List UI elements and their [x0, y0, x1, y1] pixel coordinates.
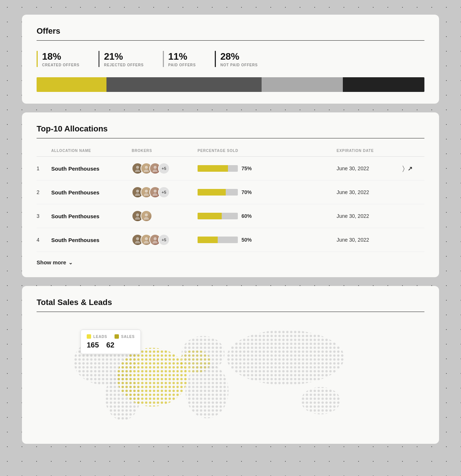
col-percentage: PERCENTAGE SOLD	[198, 149, 337, 153]
avatar-face-icon	[151, 165, 159, 172]
row-expiration: June 30, 2022	[337, 189, 402, 195]
col-expiration: EXPIRATION DATE	[337, 149, 402, 153]
row-number: 3	[37, 213, 51, 219]
row-expiration: June 30, 2022	[337, 237, 402, 243]
svg-point-6	[136, 190, 139, 193]
progress-pct: 50%	[241, 237, 252, 243]
sales-leads-divider	[37, 312, 424, 312]
row-number: 2	[37, 189, 51, 195]
row-expiration: June 30, 2022	[337, 213, 402, 219]
row-allocation-name: South Penthouses	[51, 237, 132, 243]
svg-point-2	[145, 166, 148, 169]
brokers-avatars: +5	[132, 186, 198, 198]
row-percentage: 60%	[198, 213, 337, 219]
progress-pct: 75%	[241, 166, 252, 171]
svg-point-16	[136, 237, 139, 240]
row-percentage: 75%	[198, 165, 337, 172]
avatar-face-icon	[143, 236, 150, 243]
row-number: 1	[37, 166, 51, 171]
row-brokers: +5	[132, 163, 198, 174]
row-brokers: +5	[132, 234, 198, 246]
svg-point-19	[144, 241, 149, 243]
avatar-more: +5	[158, 186, 170, 198]
avatar-face-icon	[134, 189, 141, 196]
progress-bar-container: 60%	[198, 213, 337, 219]
svg-point-13	[135, 217, 140, 220]
progress-bar	[198, 189, 238, 196]
leads-cluster-europe	[180, 350, 211, 373]
row-allocation-name: South Penthouses	[51, 213, 132, 219]
asia	[226, 330, 344, 385]
row-actions: 〉 ↗	[402, 165, 424, 172]
legend-values-row: 165 62	[87, 341, 135, 349]
stat-percent-paid: 11%	[168, 51, 196, 62]
row-number: 4	[37, 237, 51, 243]
show-more-button[interactable]: Show more ⌄	[37, 259, 73, 265]
svg-point-15	[144, 217, 149, 220]
sales-dot	[115, 334, 119, 339]
svg-point-5	[153, 170, 158, 172]
stat-label-paid: PAID OFFERS	[168, 63, 196, 67]
row-brokers	[132, 210, 198, 222]
row-allocation-name: South Penthouses	[51, 189, 132, 196]
progress-bar	[198, 237, 238, 243]
avatar-face-icon	[134, 212, 141, 220]
leads-cluster-main	[117, 348, 187, 407]
stat-not_paid: 28% NOT PAID OFFERS	[215, 51, 269, 67]
cursor-icon: 〉	[402, 165, 405, 172]
map-container: LEADS SALES 165 62	[37, 322, 424, 432]
table-header: ALLOCATION NAME BROKERS PERCENTAGE SOLD …	[37, 149, 424, 157]
svg-point-21	[153, 241, 158, 243]
leads-legend-item: LEADS	[87, 334, 107, 339]
external-link-icon[interactable]: ↗	[408, 165, 412, 172]
sales-leads-card: Total Sales & Leads LEADS SALES 165 62	[22, 286, 439, 444]
brokers-avatars: +5	[132, 234, 198, 246]
sales-legend-item: SALES	[115, 334, 135, 339]
progress-bar	[198, 213, 238, 219]
progress-fill	[198, 237, 218, 243]
leads-dot	[87, 334, 91, 339]
col-brokers: BROKERS	[132, 149, 198, 153]
col-actions	[402, 149, 424, 153]
table-row: 2 South Penthouses +5	[37, 181, 424, 204]
avatar-face-icon	[134, 165, 141, 172]
avatar-face-icon	[143, 189, 150, 196]
stat-percent-created: 18%	[42, 51, 79, 62]
sales-leads-title: Total Sales & Leads	[37, 298, 424, 307]
col-num	[37, 149, 51, 153]
progress-bar-container: 50%	[198, 237, 337, 243]
progress-fill	[198, 213, 222, 219]
show-more-label: Show more	[37, 259, 66, 265]
allocations-table-body: 1 South Penthouses +5	[37, 157, 424, 252]
australia	[301, 387, 340, 414]
table-row: 4 South Penthouses +5	[37, 228, 424, 252]
sales-label: SALES	[121, 335, 135, 339]
stat-label-not_paid: NOT PAID OFFERS	[220, 63, 258, 67]
svg-point-14	[145, 213, 148, 216]
row-percentage: 50%	[198, 237, 337, 243]
avatar-face-icon	[134, 236, 141, 243]
table-row: 3 South Penthouses 60% J	[37, 204, 424, 228]
allocations-card: Top-10 Allocations ALLOCATION NAME BROKE…	[22, 112, 439, 277]
legend-labels-row: LEADS SALES	[87, 334, 135, 339]
row-expiration: June 30, 2022	[337, 166, 402, 171]
row-brokers: +5	[132, 186, 198, 198]
progress-bar-container: 75%	[198, 165, 337, 172]
leads-value: 165	[87, 341, 99, 349]
brokers-avatars	[132, 210, 198, 222]
col-name: ALLOCATION NAME	[51, 149, 132, 153]
chevron-down-icon: ⌄	[68, 260, 73, 265]
progress-pct: 60%	[241, 213, 252, 219]
stat-label-created: CREATED OFFERS	[42, 63, 79, 67]
progress-bar	[198, 165, 238, 172]
svg-point-7	[135, 193, 140, 196]
progress-fill	[198, 165, 228, 172]
avatar-more: +5	[158, 163, 170, 174]
bar-rejected	[106, 77, 262, 92]
svg-point-9	[144, 193, 149, 196]
row-percentage: 70%	[198, 189, 337, 196]
svg-point-12	[136, 213, 139, 216]
stat-percent-not_paid: 28%	[220, 51, 258, 62]
avatar	[140, 210, 152, 222]
progress-pct: 70%	[241, 189, 252, 195]
